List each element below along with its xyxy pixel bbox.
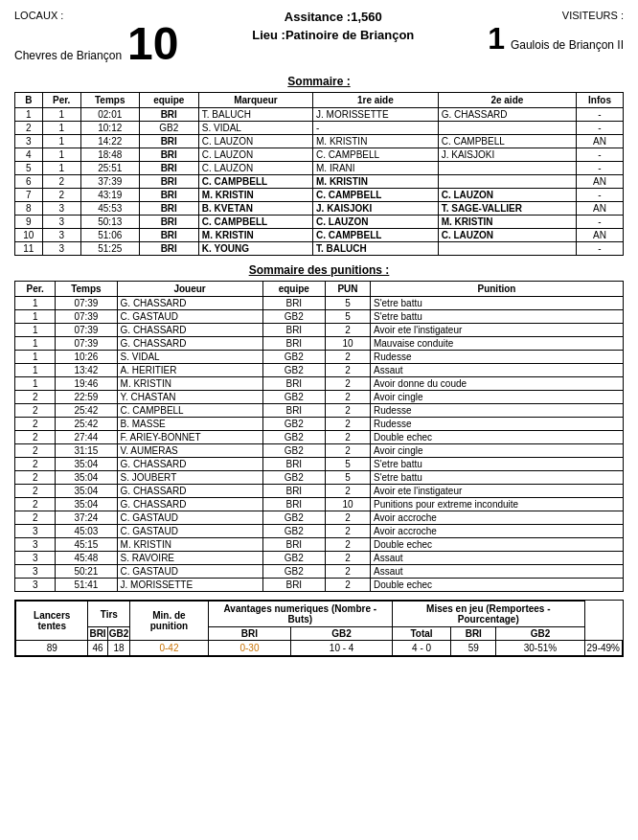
table-cell <box>438 242 576 256</box>
avantages-bri-label: BRI <box>208 627 291 641</box>
pen-col-joueur: Joueur <box>117 282 262 297</box>
table-cell: C. CAMPBELL <box>313 148 439 162</box>
stats-section: Lancers tentes Tirs Min. de punition Ava… <box>14 600 624 657</box>
table-cell: 1 <box>15 351 56 364</box>
lancers-bri-label: BRI <box>88 627 107 641</box>
table-cell: BRI <box>139 242 198 256</box>
table-cell: G. CHASSARD <box>117 498 262 511</box>
table-cell: G. CHASSARD <box>438 108 576 122</box>
col-equipe: equipe <box>139 93 198 108</box>
visitor-team-block: VISITEURS : 1 Gaulois de Briançon II <box>488 10 624 57</box>
table-cell: 2 <box>15 122 43 135</box>
table-cell: 2 <box>15 498 56 511</box>
table-cell: G. CHASSARD <box>117 337 262 351</box>
table-cell: 1 <box>42 122 80 135</box>
table-row: 6237:39BRIC. CAMPBELLM. KRISTINAN <box>15 175 624 189</box>
table-cell: BRI <box>139 162 198 175</box>
table-cell: 3 <box>42 242 80 256</box>
table-cell: Assaut <box>370 552 623 565</box>
visitor-score: 1 <box>488 21 505 57</box>
table-cell: Avoir accroche <box>370 511 623 525</box>
table-cell: 3 <box>42 216 80 229</box>
local-team-name: Chevres de Briançon <box>14 49 122 62</box>
table-cell: - <box>577 162 624 175</box>
table-cell: AN <box>577 135 624 148</box>
table-cell: 10 <box>15 229 43 242</box>
table-row: 345:48S. RAVOIREGB22Assaut <box>15 552 624 565</box>
table-cell: 1 <box>15 297 56 310</box>
table-cell: M. KRISTIN <box>117 538 262 552</box>
table-cell: 2 <box>15 511 56 525</box>
table-row: 119:46M. KRISTINBRI2Avoir donne du coude <box>15 377 624 391</box>
table-cell: 27:44 <box>56 431 117 444</box>
table-cell: K. YOUNG <box>198 242 312 256</box>
table-row: 2110:12GB2S. VIDAL-- <box>15 122 624 135</box>
col-b: B <box>15 93 43 108</box>
table-cell: 3 <box>15 565 56 579</box>
header: LOCAUX : Chevres de Briançon 10 Assitanc… <box>14 10 624 67</box>
table-cell: 2 <box>15 444 56 458</box>
table-cell: 2 <box>326 444 371 458</box>
table-cell: 07:39 <box>56 310 117 324</box>
table-cell: 50:21 <box>56 565 117 579</box>
table-cell: Punitions pour extreme inconduite <box>370 498 623 511</box>
table-cell: BRI <box>139 229 198 242</box>
table-cell: 51:25 <box>80 242 139 256</box>
mises-header: Mises en jeu (Remportees - Pourcentage) <box>393 602 585 627</box>
table-cell: BRI <box>262 485 325 498</box>
sommaire-title: Sommaire : <box>14 75 624 88</box>
table-row: 4118:48BRIC. LAUZONC. CAMPBELLJ. KAISJOK… <box>15 148 624 162</box>
pen-col-equipe: equipe <box>262 282 325 297</box>
table-row: 10351:06BRIM. KRISTINC. CAMPBELLC. LAUZO… <box>15 229 624 242</box>
table-cell: C. LAUZON <box>438 189 576 202</box>
table-cell: BRI <box>262 498 325 511</box>
table-cell: AN <box>577 229 624 242</box>
table-cell: T. BALUCH <box>198 108 312 122</box>
header-center: Assitance :1,560 Lieu :Patinoire de Bria… <box>178 10 488 42</box>
table-row: 237:24C. GASTAUDGB22Avoir accroche <box>15 511 624 525</box>
table-cell: J. MORISSETTE <box>117 579 262 592</box>
table-cell: 25:51 <box>80 162 139 175</box>
table-cell: G. CHASSARD <box>117 297 262 310</box>
table-cell: 37:24 <box>56 511 117 525</box>
avantages-gb2-label: GB2 <box>291 627 393 641</box>
table-row: 235:04S. JOUBERTGB25S'etre battu <box>15 471 624 485</box>
tirs-header: Tirs <box>88 602 130 627</box>
table-cell: 2 <box>15 471 56 485</box>
table-row: 1102:01BRIT. BALUCHJ. MORISSETTEG. CHASS… <box>15 108 624 122</box>
table-cell: 5 <box>326 458 371 471</box>
table-cell: BRI <box>139 108 198 122</box>
table-cell: C. CAMPBELL <box>313 229 439 242</box>
table-cell: 1 <box>42 148 80 162</box>
table-cell: T. BALUCH <box>313 242 439 256</box>
table-row: 350:21C. GASTAUDGB22Assaut <box>15 565 624 579</box>
table-cell: - <box>577 122 624 135</box>
avantages-gb2-val: 4 - 0 <box>393 641 451 656</box>
mises-bri-val: 30-51% <box>496 641 584 656</box>
table-cell: 5 <box>15 162 43 175</box>
table-cell: C. CAMPBELL <box>198 216 312 229</box>
table-cell: 2 <box>326 485 371 498</box>
table-cell: 2 <box>326 552 371 565</box>
table-cell: 7 <box>15 189 43 202</box>
table-cell: GB2 <box>262 310 325 324</box>
table-cell: G. CHASSARD <box>117 485 262 498</box>
col-2aide: 2e aide <box>438 93 576 108</box>
table-cell: C. LAUZON <box>198 148 312 162</box>
table-cell: 45:03 <box>56 525 117 538</box>
table-cell: 4 <box>15 148 43 162</box>
tirs-bri-val: 46 <box>88 641 107 656</box>
table-cell: 35:04 <box>56 471 117 485</box>
table-cell: Avoir cingle <box>370 444 623 458</box>
table-cell: 11 <box>15 242 43 256</box>
table-cell: 35:04 <box>56 485 117 498</box>
table-cell: 1 <box>15 377 56 391</box>
penalties-title: Sommaire des punitions : <box>14 263 624 277</box>
table-cell: 1 <box>42 162 80 175</box>
table-cell: M. KRISTIN <box>313 175 439 189</box>
lieu-text: Lieu :Patinoire de Briançon <box>252 28 414 42</box>
table-cell: 5 <box>326 297 371 310</box>
table-cell: 51:06 <box>80 229 139 242</box>
table-cell: 10:12 <box>80 122 139 135</box>
table-cell: G. CHASSARD <box>117 324 262 337</box>
